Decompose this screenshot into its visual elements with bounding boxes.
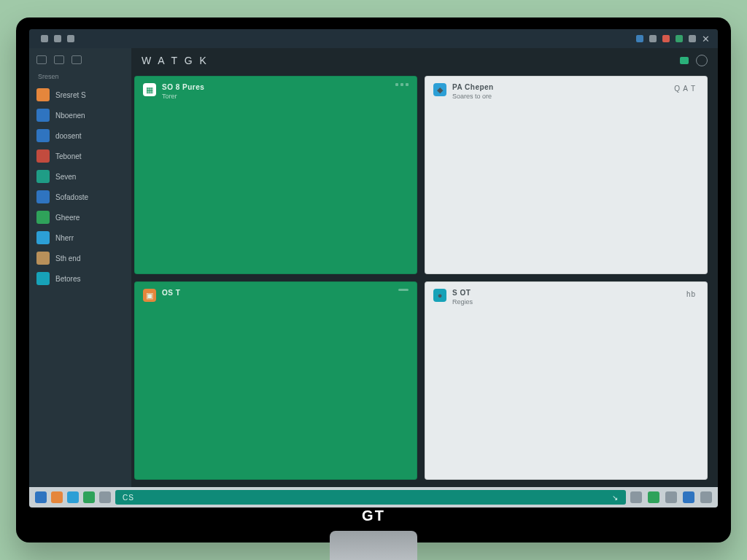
tray-icon[interactable]	[649, 35, 657, 42]
sidebar-item-label: Gheere	[55, 214, 80, 222]
topbar-icon	[41, 35, 48, 42]
sidebar-item[interactable]: Nherr	[29, 228, 131, 248]
sidebar-item[interactable]: Sofadoste	[29, 187, 131, 207]
app-icon	[36, 252, 50, 265]
panel-subtitle: Regies	[452, 298, 473, 306]
app-icon	[36, 272, 50, 285]
sidebar-item[interactable]: Sth end	[29, 248, 131, 268]
desktop-screen: ✕ Sresen Sresret S Nboenen doosent	[29, 29, 718, 508]
app-icon	[36, 211, 50, 224]
sidebar-item-label: Sth end	[55, 254, 80, 262]
system-topbar: ✕	[29, 29, 718, 48]
panel-title: PA Chepen	[452, 83, 494, 93]
page-title: W A T G K	[142, 55, 209, 66]
sidebar-item-label: Nboenen	[55, 112, 85, 120]
taskbar-active-glyph: ↘	[612, 494, 619, 502]
panel-app-icon: ◆	[433, 83, 446, 96]
sidebar-item[interactable]: Seven	[29, 166, 131, 187]
sidebar-item-label: Tebonet	[55, 152, 82, 160]
panel-subtitle: Soares to ore	[452, 93, 494, 101]
app-icon	[36, 170, 50, 183]
sidebar-mini-icon[interactable]	[54, 55, 64, 64]
taskbar-app-icon[interactable]	[83, 491, 95, 503]
search-icon[interactable]	[696, 55, 708, 66]
sidebar-item-label: Sofadoste	[55, 193, 88, 201]
tray-icon[interactable]	[665, 491, 677, 503]
panel-title: S OT	[452, 289, 473, 298]
dashboard-grid: ▦ SO 8 Pures Torer ◆ PA Chepen Soares to…	[131, 73, 718, 487]
tray-icon[interactable]	[648, 491, 659, 503]
tray-icon[interactable]	[700, 491, 712, 503]
sidebar-mini-icon[interactable]	[36, 55, 47, 64]
page-header: W A T G K	[131, 48, 718, 73]
app-icon	[36, 231, 50, 244]
sidebar-item-label: Betores	[55, 275, 80, 283]
topbar-icon	[67, 35, 74, 42]
sidebar-item[interactable]: Nboenen	[29, 105, 131, 125]
tray-icon[interactable]	[689, 35, 696, 42]
sidebar-item[interactable]: Sresret S	[29, 85, 131, 105]
sidebar-mini-icon[interactable]	[71, 55, 82, 64]
taskbar: CS ↘	[29, 487, 718, 508]
sidebar-group-label: Sresen	[29, 71, 131, 85]
dashboard-panel[interactable]: ▣ OS T	[134, 281, 417, 480]
taskbar-app-icon[interactable]	[67, 491, 79, 503]
panel-tag: hb	[684, 289, 699, 300]
panel-app-icon: ●	[433, 289, 446, 302]
sidebar-item-label: Seven	[55, 173, 76, 181]
sidebar-item-label: Sresret S	[55, 91, 86, 99]
header-indicator-icon[interactable]	[680, 57, 689, 64]
tray-icon[interactable]	[636, 35, 643, 42]
app-icon	[36, 109, 50, 122]
app-sidebar: Sresen Sresret S Nboenen doosent Tebonet…	[29, 48, 131, 487]
tray-icon[interactable]	[662, 35, 670, 42]
app-icon	[36, 190, 50, 203]
tray-icon[interactable]	[676, 35, 683, 42]
monitor-brand-logo: GT	[362, 508, 385, 524]
monitor-frame: ✕ Sresen Sresret S Nboenen doosent	[16, 18, 731, 542]
start-button[interactable]	[35, 491, 47, 503]
taskbar-active-window[interactable]: CS ↘	[115, 490, 626, 505]
sidebar-item-label: Nherr	[55, 234, 74, 242]
window-close-icon[interactable]: ✕	[702, 34, 711, 44]
monitor-stand	[330, 531, 417, 560]
panel-app-icon: ▦	[143, 83, 156, 96]
dashboard-panel[interactable]: ◆ PA Chepen Soares to ore Q A T	[425, 76, 708, 274]
sidebar-item-label: doosent	[55, 132, 82, 140]
panel-collapse-icon[interactable]	[398, 289, 409, 291]
taskbar-app-icon[interactable]	[51, 491, 63, 503]
panel-menu-icon[interactable]	[395, 83, 409, 86]
panel-tag: Q A T	[671, 83, 699, 94]
panel-subtitle: Torer	[162, 93, 204, 101]
dashboard-panel[interactable]: ● S OT Regies hb	[425, 281, 708, 480]
taskbar-active-label: CS	[123, 494, 134, 502]
topbar-icon	[54, 35, 61, 42]
app-icon	[36, 129, 50, 142]
sidebar-item[interactable]: Betores	[29, 268, 131, 289]
sidebar-item[interactable]: Gheere	[29, 207, 131, 228]
tray-icon[interactable]	[683, 491, 694, 503]
tray-icon[interactable]	[630, 491, 642, 503]
system-tray	[630, 491, 712, 503]
taskbar-app-icon[interactable]	[99, 491, 111, 503]
sidebar-item[interactable]: doosent	[29, 125, 131, 146]
sidebar-item[interactable]: Tebonet	[29, 146, 131, 166]
dashboard-panel[interactable]: ▦ SO 8 Pures Torer	[134, 76, 417, 274]
panel-app-icon: ▣	[143, 289, 156, 302]
app-icon	[36, 149, 50, 163]
panel-title: OS T	[162, 289, 180, 298]
app-icon	[36, 88, 50, 101]
panel-title: SO 8 Pures	[162, 83, 204, 93]
